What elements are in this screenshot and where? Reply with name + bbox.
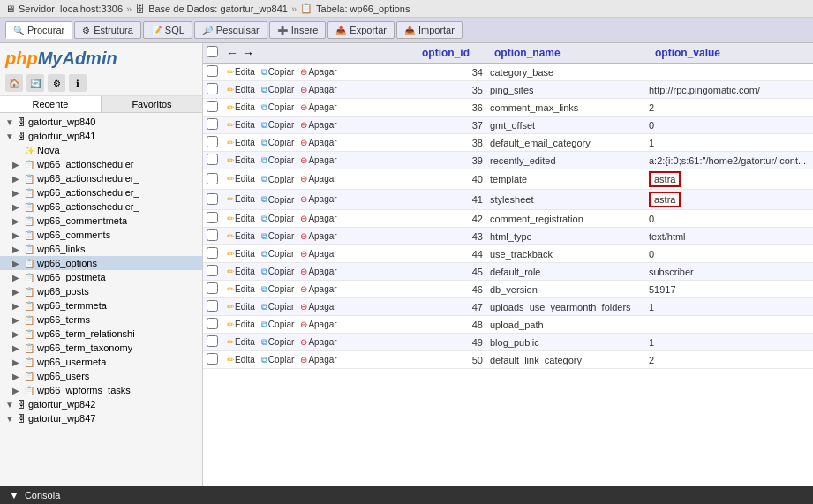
edit-button-7[interactable]: ✏ Edita bbox=[225, 193, 257, 205]
row-checkbox-8[interactable] bbox=[207, 212, 218, 223]
delete-button-6[interactable]: ⊖ Apagar bbox=[298, 173, 338, 184]
row-checkbox-1[interactable] bbox=[207, 83, 218, 94]
delete-button-14[interactable]: ⊖ Apagar bbox=[298, 319, 338, 330]
delete-button-5[interactable]: ⊖ Apagar bbox=[298, 154, 338, 166]
delete-button-13[interactable]: ⊖ Apagar bbox=[298, 301, 338, 312]
procurar-button[interactable]: Procurar bbox=[5, 21, 72, 39]
sidebar-item-17[interactable]: ▶📋wp66_usermeta bbox=[0, 355, 202, 369]
sidebar-item-20[interactable]: ▼🗄gatortur_wp842 bbox=[0, 397, 202, 411]
edit-button-10[interactable]: ✏ Edita bbox=[225, 248, 257, 260]
copy-button-11[interactable]: ⧉ Copiar bbox=[260, 266, 296, 278]
delete-button-8[interactable]: ⊖ Apagar bbox=[298, 213, 338, 224]
delete-button-15[interactable]: ⊖ Apagar bbox=[298, 336, 338, 348]
row-checkbox-2[interactable] bbox=[207, 101, 218, 112]
sidebar-item-14[interactable]: ▶📋wp66_terms bbox=[0, 312, 202, 327]
sidebar-item-10[interactable]: ▶📋wp66_options bbox=[0, 256, 202, 270]
row-checkbox-10[interactable] bbox=[207, 247, 218, 259]
select-all-checkbox[interactable] bbox=[207, 46, 218, 57]
sidebar-item-6[interactable]: ▶📋wp66_actionscheduler_ bbox=[0, 199, 202, 214]
sidebar-item-1[interactable]: ▼🗄gatortur_wp841 bbox=[0, 129, 202, 143]
sidebar-item-15[interactable]: ▶📋wp66_term_relationshi bbox=[0, 327, 202, 341]
delete-button-0[interactable]: ⊖ Apagar bbox=[298, 66, 338, 78]
delete-button-12[interactable]: ⊖ Apagar bbox=[298, 283, 338, 295]
copy-button-1[interactable]: ⧉ Copiar bbox=[260, 84, 296, 96]
tab-recente[interactable]: Recente bbox=[0, 96, 102, 112]
sidebar-item-7[interactable]: ▶📋wp66_commentmeta bbox=[0, 214, 202, 228]
copy-button-8[interactable]: ⧉ Copiar bbox=[260, 213, 296, 225]
sidebar-item-16[interactable]: ▶📋wp66_term_taxonomy bbox=[0, 341, 202, 355]
sidebar-item-9[interactable]: ▶📋wp66_links bbox=[0, 242, 202, 256]
copy-button-15[interactable]: ⧉ Copiar bbox=[260, 336, 296, 349]
table-scroll[interactable]: ✏ Edita ⧉ Copiar ⊖ Apagar 34category_bas… bbox=[203, 64, 813, 486]
header-option-id[interactable]: option_id bbox=[422, 47, 493, 59]
delete-button-11[interactable]: ⊖ Apagar bbox=[298, 266, 338, 277]
importar-button[interactable]: Importar bbox=[396, 21, 463, 39]
edit-button-6[interactable]: ✏ Edita bbox=[225, 173, 257, 184]
arrow-left[interactable]: ← bbox=[226, 46, 238, 60]
insere-button[interactable]: Insere bbox=[269, 21, 327, 39]
copy-button-13[interactable]: ⧉ Copiar bbox=[260, 301, 296, 313]
console-bar[interactable]: ▼ Consola bbox=[0, 486, 813, 504]
copy-button-12[interactable]: ⧉ Copiar bbox=[260, 283, 296, 296]
delete-button-7[interactable]: ⊖ Apagar bbox=[298, 193, 338, 205]
edit-button-12[interactable]: ✏ Edita bbox=[225, 283, 257, 295]
edit-button-0[interactable]: ✏ Edita bbox=[225, 66, 257, 78]
sql-button[interactable]: SQL bbox=[143, 21, 192, 39]
edit-button-4[interactable]: ✏ Edita bbox=[225, 137, 257, 148]
row-checkbox-5[interactable] bbox=[207, 154, 218, 165]
info-icon[interactable]: ℹ bbox=[69, 74, 87, 92]
sidebar-item-11[interactable]: ▶📋wp66_postmeta bbox=[0, 270, 202, 284]
edit-button-9[interactable]: ✏ Edita bbox=[225, 230, 257, 242]
copy-button-3[interactable]: ⧉ Copiar bbox=[260, 119, 296, 132]
row-checkbox-15[interactable] bbox=[207, 335, 218, 347]
header-option-value[interactable]: option_value bbox=[655, 47, 809, 59]
settings-icon[interactable]: ⚙ bbox=[48, 74, 65, 92]
row-checkbox-11[interactable] bbox=[207, 265, 218, 276]
sidebar-item-19[interactable]: ▶📋wp66_wpforms_tasks_ bbox=[0, 383, 202, 397]
row-checkbox-13[interactable] bbox=[207, 300, 218, 312]
edit-button-16[interactable]: ✏ Edita bbox=[225, 354, 257, 365]
copy-button-4[interactable]: ⧉ Copiar bbox=[260, 137, 296, 149]
row-checkbox-14[interactable] bbox=[207, 318, 218, 329]
sidebar-item-2[interactable]: ✨Nova bbox=[0, 143, 202, 157]
delete-button-16[interactable]: ⊖ Apagar bbox=[298, 354, 338, 365]
sidebar-item-8[interactable]: ▶📋wp66_comments bbox=[0, 228, 202, 242]
delete-button-9[interactable]: ⊖ Apagar bbox=[298, 230, 338, 242]
refresh-icon[interactable]: 🔄 bbox=[26, 74, 44, 92]
sidebar-item-5[interactable]: ▶📋wp66_actionscheduler_ bbox=[0, 185, 202, 199]
copy-button-5[interactable]: ⧉ Copiar bbox=[260, 154, 296, 167]
edit-button-3[interactable]: ✏ Edita bbox=[225, 119, 257, 131]
sidebar-item-12[interactable]: ▶📋wp66_posts bbox=[0, 284, 202, 298]
edit-button-11[interactable]: ✏ Edita bbox=[225, 266, 257, 277]
edit-button-2[interactable]: ✏ Edita bbox=[225, 102, 257, 113]
estrutura-button[interactable]: Estrutura bbox=[74, 21, 141, 39]
copy-button-14[interactable]: ⧉ Copiar bbox=[260, 319, 296, 331]
edit-button-5[interactable]: ✏ Edita bbox=[225, 154, 257, 166]
row-checkbox-6[interactable] bbox=[207, 173, 218, 184]
header-checkbox[interactable] bbox=[207, 46, 224, 60]
edit-button-1[interactable]: ✏ Edita bbox=[225, 84, 257, 95]
copy-button-6[interactable]: ⧉ Copiar bbox=[260, 173, 296, 185]
delete-button-3[interactable]: ⊖ Apagar bbox=[298, 119, 338, 131]
copy-button-0[interactable]: ⧉ Copiar bbox=[260, 66, 296, 79]
row-checkbox-0[interactable] bbox=[207, 65, 218, 77]
delete-button-10[interactable]: ⊖ Apagar bbox=[298, 248, 338, 260]
header-option-name[interactable]: option_name bbox=[494, 47, 653, 59]
edit-button-15[interactable]: ✏ Edita bbox=[225, 336, 257, 348]
edit-button-14[interactable]: ✏ Edita bbox=[225, 319, 257, 330]
arrow-right[interactable]: → bbox=[242, 46, 254, 60]
sidebar-item-21[interactable]: ▼🗄gatortur_wp847 bbox=[0, 411, 202, 425]
row-checkbox-16[interactable] bbox=[207, 353, 218, 365]
tab-favoritos[interactable]: Favoritos bbox=[102, 96, 202, 112]
edit-button-8[interactable]: ✏ Edita bbox=[225, 213, 257, 224]
sidebar-item-4[interactable]: ▶📋wp66_actionscheduler_ bbox=[0, 171, 202, 185]
delete-button-4[interactable]: ⊖ Apagar bbox=[298, 137, 338, 148]
pesquisar-button[interactable]: Pesquisar bbox=[194, 21, 267, 39]
edit-button-13[interactable]: ✏ Edita bbox=[225, 301, 257, 312]
delete-button-2[interactable]: ⊖ Apagar bbox=[298, 102, 338, 113]
copy-button-10[interactable]: ⧉ Copiar bbox=[260, 248, 296, 260]
sidebar-item-3[interactable]: ▶📋wp66_actionscheduler_ bbox=[0, 157, 202, 171]
row-checkbox-7[interactable] bbox=[207, 193, 218, 205]
sidebar-item-13[interactable]: ▶📋wp66_termmeta bbox=[0, 298, 202, 312]
sidebar-item-18[interactable]: ▶📋wp66_users bbox=[0, 369, 202, 383]
